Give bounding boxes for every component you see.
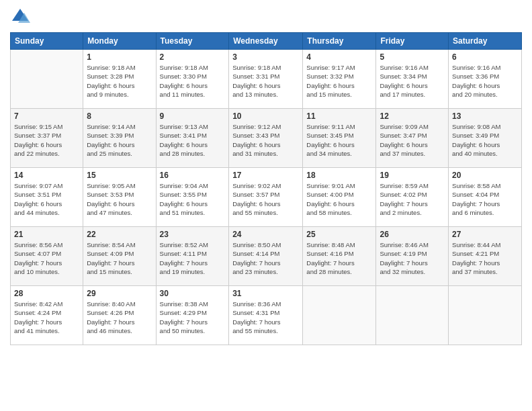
- calendar-cell: 15Sunrise: 9:05 AM Sunset: 3:53 PM Dayli…: [83, 168, 156, 227]
- col-thursday: Thursday: [303, 33, 376, 50]
- calendar-cell: 28Sunrise: 8:42 AM Sunset: 4:24 PM Dayli…: [11, 286, 83, 345]
- week-row-4: 21Sunrise: 8:56 AM Sunset: 4:07 PM Dayli…: [11, 227, 522, 286]
- day-number: 23: [160, 230, 226, 239]
- day-number: 11: [306, 111, 372, 121]
- calendar: Sunday Monday Tuesday Wednesday Thursday…: [10, 32, 522, 345]
- day-number: 5: [380, 52, 445, 62]
- calendar-cell: 16Sunrise: 9:04 AM Sunset: 3:55 PM Dayli…: [156, 168, 229, 227]
- day-number: 7: [14, 111, 79, 121]
- calendar-header-row: Sunday Monday Tuesday Wednesday Thursday…: [11, 33, 522, 50]
- calendar-cell: 10Sunrise: 9:12 AM Sunset: 3:43 PM Dayli…: [229, 109, 303, 168]
- day-number: 9: [160, 111, 226, 121]
- day-number: 19: [380, 171, 445, 180]
- col-saturday: Saturday: [449, 33, 522, 50]
- calendar-cell: 11Sunrise: 9:11 AM Sunset: 3:45 PM Dayli…: [303, 109, 376, 168]
- day-number: 13: [452, 111, 518, 121]
- day-info: Sunrise: 8:48 AM Sunset: 4:16 PM Dayligh…: [306, 240, 372, 276]
- day-number: 12: [380, 111, 445, 121]
- calendar-cell: 29Sunrise: 8:40 AM Sunset: 4:26 PM Dayli…: [83, 286, 156, 345]
- day-number: 25: [306, 230, 372, 239]
- day-info: Sunrise: 9:18 AM Sunset: 3:30 PM Dayligh…: [160, 63, 226, 99]
- day-number: 20: [452, 171, 518, 180]
- calendar-cell: 25Sunrise: 8:48 AM Sunset: 4:16 PM Dayli…: [303, 227, 376, 286]
- calendar-cell: 8Sunrise: 9:14 AM Sunset: 3:39 PM Daylig…: [83, 109, 156, 168]
- day-info: Sunrise: 9:08 AM Sunset: 3:49 PM Dayligh…: [452, 122, 518, 158]
- day-info: Sunrise: 8:58 AM Sunset: 4:04 PM Dayligh…: [452, 181, 518, 217]
- day-info: Sunrise: 8:46 AM Sunset: 4:19 PM Dayligh…: [380, 240, 445, 276]
- calendar-cell: 23Sunrise: 8:52 AM Sunset: 4:11 PM Dayli…: [156, 227, 229, 286]
- col-tuesday: Tuesday: [156, 33, 229, 50]
- calendar-cell: 5Sunrise: 9:16 AM Sunset: 3:34 PM Daylig…: [376, 50, 449, 109]
- day-info: Sunrise: 9:13 AM Sunset: 3:41 PM Dayligh…: [160, 122, 226, 158]
- day-info: Sunrise: 9:05 AM Sunset: 3:53 PM Dayligh…: [87, 181, 152, 217]
- day-number: 3: [232, 52, 299, 62]
- day-info: Sunrise: 9:15 AM Sunset: 3:37 PM Dayligh…: [14, 122, 79, 158]
- day-info: Sunrise: 8:38 AM Sunset: 4:29 PM Dayligh…: [160, 300, 226, 335]
- calendar-cell: [376, 286, 449, 345]
- day-info: Sunrise: 9:16 AM Sunset: 3:34 PM Dayligh…: [380, 63, 445, 99]
- calendar-cell: 1Sunrise: 9:18 AM Sunset: 3:28 PM Daylig…: [83, 50, 156, 109]
- day-number: 14: [14, 171, 79, 180]
- calendar-cell: 27Sunrise: 8:44 AM Sunset: 4:21 PM Dayli…: [449, 227, 522, 286]
- day-info: Sunrise: 9:18 AM Sunset: 3:31 PM Dayligh…: [232, 63, 299, 99]
- day-info: Sunrise: 9:09 AM Sunset: 3:47 PM Dayligh…: [380, 122, 445, 158]
- logo-icon: [10, 7, 30, 27]
- day-number: 27: [452, 230, 518, 239]
- col-monday: Monday: [83, 33, 156, 50]
- col-wednesday: Wednesday: [229, 33, 303, 50]
- calendar-cell: 6Sunrise: 9:16 AM Sunset: 3:36 PM Daylig…: [449, 50, 522, 109]
- col-sunday: Sunday: [11, 33, 83, 50]
- day-number: 16: [160, 171, 226, 180]
- day-number: 22: [87, 230, 152, 239]
- day-number: 4: [306, 52, 372, 62]
- calendar-cell: 4Sunrise: 9:17 AM Sunset: 3:32 PM Daylig…: [303, 50, 376, 109]
- calendar-cell: 18Sunrise: 9:01 AM Sunset: 4:00 PM Dayli…: [303, 168, 376, 227]
- calendar-cell: 26Sunrise: 8:46 AM Sunset: 4:19 PM Dayli…: [376, 227, 449, 286]
- calendar-cell: 13Sunrise: 9:08 AM Sunset: 3:49 PM Dayli…: [449, 109, 522, 168]
- day-number: 18: [306, 171, 372, 180]
- day-number: 2: [160, 52, 226, 62]
- page: Sunday Monday Tuesday Wednesday Thursday…: [0, 0, 532, 411]
- day-info: Sunrise: 8:42 AM Sunset: 4:24 PM Dayligh…: [14, 300, 79, 335]
- day-info: Sunrise: 8:44 AM Sunset: 4:21 PM Dayligh…: [452, 240, 518, 276]
- day-info: Sunrise: 9:01 AM Sunset: 4:00 PM Dayligh…: [306, 181, 372, 217]
- day-number: 24: [232, 230, 299, 239]
- calendar-cell: 20Sunrise: 8:58 AM Sunset: 4:04 PM Dayli…: [449, 168, 522, 227]
- day-number: 29: [87, 289, 152, 298]
- day-info: Sunrise: 8:36 AM Sunset: 4:31 PM Dayligh…: [232, 300, 299, 335]
- week-row-1: 1Sunrise: 9:18 AM Sunset: 3:28 PM Daylig…: [11, 50, 522, 109]
- calendar-cell: 3Sunrise: 9:18 AM Sunset: 3:31 PM Daylig…: [229, 50, 303, 109]
- header: [10, 7, 522, 27]
- day-info: Sunrise: 9:18 AM Sunset: 3:28 PM Dayligh…: [87, 63, 152, 99]
- day-number: 31: [232, 289, 299, 298]
- day-info: Sunrise: 8:56 AM Sunset: 4:07 PM Dayligh…: [14, 240, 79, 276]
- week-row-3: 14Sunrise: 9:07 AM Sunset: 3:51 PM Dayli…: [11, 168, 522, 227]
- col-friday: Friday: [376, 33, 449, 50]
- calendar-cell: 17Sunrise: 9:02 AM Sunset: 3:57 PM Dayli…: [229, 168, 303, 227]
- day-info: Sunrise: 8:59 AM Sunset: 4:02 PM Dayligh…: [380, 181, 445, 217]
- calendar-cell: 12Sunrise: 9:09 AM Sunset: 3:47 PM Dayli…: [376, 109, 449, 168]
- day-info: Sunrise: 9:04 AM Sunset: 3:55 PM Dayligh…: [160, 181, 226, 217]
- day-number: 1: [87, 52, 152, 62]
- calendar-cell: [11, 50, 83, 109]
- day-number: 10: [232, 111, 299, 121]
- day-info: Sunrise: 8:40 AM Sunset: 4:26 PM Dayligh…: [87, 300, 152, 335]
- day-info: Sunrise: 9:17 AM Sunset: 3:32 PM Dayligh…: [306, 63, 372, 99]
- day-info: Sunrise: 9:14 AM Sunset: 3:39 PM Dayligh…: [87, 122, 152, 158]
- day-info: Sunrise: 9:12 AM Sunset: 3:43 PM Dayligh…: [232, 122, 299, 158]
- calendar-cell: 2Sunrise: 9:18 AM Sunset: 3:30 PM Daylig…: [156, 50, 229, 109]
- day-info: Sunrise: 9:07 AM Sunset: 3:51 PM Dayligh…: [14, 181, 79, 217]
- day-number: 30: [160, 289, 226, 298]
- week-row-5: 28Sunrise: 8:42 AM Sunset: 4:24 PM Dayli…: [11, 286, 522, 345]
- calendar-cell: 9Sunrise: 9:13 AM Sunset: 3:41 PM Daylig…: [156, 109, 229, 168]
- calendar-body: 1Sunrise: 9:18 AM Sunset: 3:28 PM Daylig…: [11, 50, 522, 345]
- day-number: 15: [87, 171, 152, 180]
- calendar-cell: 30Sunrise: 8:38 AM Sunset: 4:29 PM Dayli…: [156, 286, 229, 345]
- calendar-cell: 19Sunrise: 8:59 AM Sunset: 4:02 PM Dayli…: [376, 168, 449, 227]
- day-number: 26: [380, 230, 445, 239]
- calendar-cell: 22Sunrise: 8:54 AM Sunset: 4:09 PM Dayli…: [83, 227, 156, 286]
- calendar-cell: 14Sunrise: 9:07 AM Sunset: 3:51 PM Dayli…: [11, 168, 83, 227]
- calendar-cell: [303, 286, 376, 345]
- day-info: Sunrise: 9:16 AM Sunset: 3:36 PM Dayligh…: [452, 63, 518, 99]
- day-info: Sunrise: 9:02 AM Sunset: 3:57 PM Dayligh…: [232, 181, 299, 217]
